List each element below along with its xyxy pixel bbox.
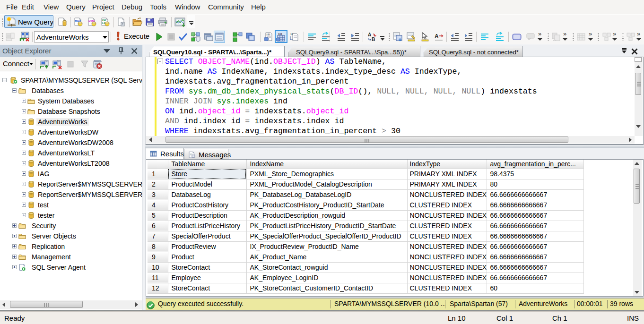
svg-text:B: B [372, 37, 375, 42]
svg-text:A: A [368, 32, 371, 37]
svg-text:101: 101 [266, 34, 270, 36]
svg-text:A: A [435, 33, 439, 40]
